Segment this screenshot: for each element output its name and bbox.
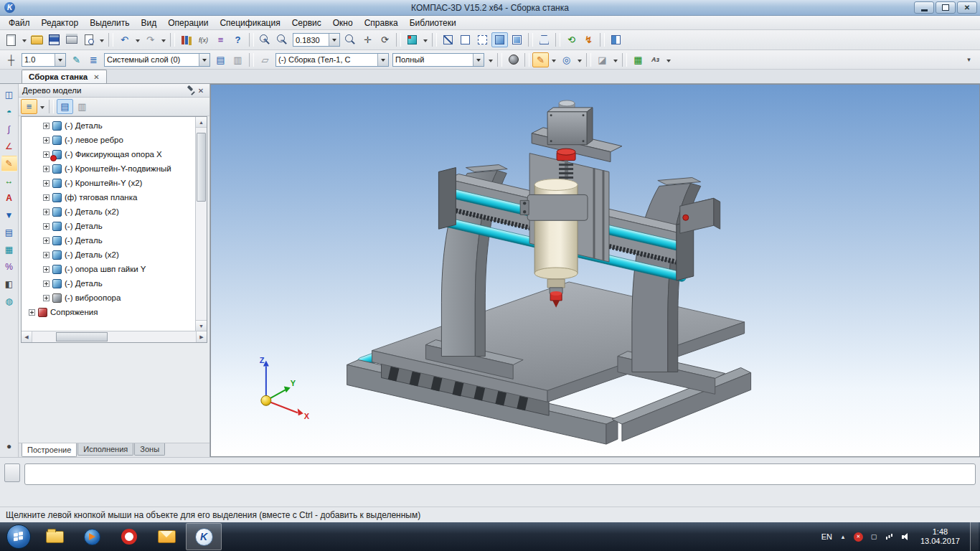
expand-toggle-icon[interactable] [43, 237, 50, 244]
expand-toggle-icon[interactable] [43, 295, 50, 301]
zoom-out-button[interactable]: − [274, 32, 291, 47]
rotate-view-button[interactable]: ⟳ [377, 32, 393, 47]
edit-in-place-button[interactable]: ✎ [532, 52, 549, 67]
tray-display-icon[interactable]: ▢ [869, 532, 879, 542]
panel-dimensions-icon[interactable]: ↔ [1, 173, 17, 189]
property-bar-input[interactable] [24, 463, 976, 485]
taskbar-clock[interactable]: 1:48 13.04.2017 [916, 527, 964, 546]
shaded-wireframe-button[interactable] [509, 32, 525, 47]
panel-curves-icon[interactable]: ∫ [1, 121, 17, 137]
zoom-in-button[interactable]: + [257, 32, 273, 47]
tree-item[interactable]: (-) Деталь [22, 118, 195, 133]
menu-operations[interactable]: Операции [162, 17, 214, 29]
tree-item[interactable]: (-) Деталь (x2) [22, 204, 195, 219]
new-document-dropdown[interactable] [20, 32, 28, 47]
hide-objects-dropdown[interactable] [611, 52, 619, 67]
taskbar-mail-button[interactable] [149, 523, 184, 550]
menu-window[interactable]: Окно [327, 17, 359, 29]
minimize-button[interactable] [914, 1, 934, 14]
property-bar-button[interactable] [4, 463, 20, 482]
tree-item[interactable]: (-) Деталь (x2) [22, 248, 195, 262]
panel-macro-icon[interactable]: ◍ [1, 293, 17, 309]
library-manager-button[interactable] [178, 32, 194, 47]
menu-editor[interactable]: Редактор [36, 17, 85, 29]
taskbar-explorer-button[interactable] [37, 523, 72, 550]
menu-help[interactable]: Справка [359, 17, 404, 29]
document-structure-button[interactable]: ▤ [57, 99, 73, 114]
expand-toggle-icon[interactable] [43, 166, 50, 172]
rebuild-button[interactable]: ⟲ [563, 32, 580, 47]
menu-service[interactable]: Сервис [286, 17, 327, 29]
tree-item[interactable]: (-) левое ребро [22, 133, 195, 147]
component-icon[interactable]: ▱ [257, 52, 273, 67]
toolbar-overflow-button[interactable]: ▾ [961, 52, 977, 67]
tray-update-icon[interactable]: ✕ [854, 532, 863, 542]
component-combo[interactable]: (-) Сборка (Тел-1, С [275, 53, 389, 67]
tray-volume-icon[interactable] [900, 532, 910, 542]
shaded-button[interactable] [491, 32, 508, 47]
menu-select[interactable]: Выделить [84, 17, 135, 29]
3d-viewport[interactable]: Z X Y [210, 84, 980, 457]
tree-item[interactable]: (-) Деталь [22, 233, 195, 248]
taskbar-opera-button[interactable] [111, 523, 147, 550]
hidden-lines-button[interactable] [457, 32, 473, 47]
close-panel-icon[interactable]: ✕ [196, 85, 206, 95]
panel-aux-geometry-icon[interactable]: ∠ [1, 138, 17, 154]
taskbar-media-player-button[interactable] [74, 523, 110, 550]
hide-objects-button[interactable]: ◪ [594, 52, 611, 67]
tab-construction[interactable]: Построение [22, 443, 77, 457]
tree-item[interactable]: (-) виброопора [22, 291, 195, 305]
document-tab-assembly[interactable]: Сборка станка ✕ [22, 70, 107, 83]
menu-libraries[interactable]: Библиотеки [404, 17, 462, 29]
tree-view-dropdown[interactable] [38, 99, 46, 114]
close-button[interactable] [957, 1, 977, 14]
pin-panel-icon[interactable] [186, 85, 196, 95]
expand-toggle-icon[interactable] [43, 137, 50, 143]
panel-measure-icon[interactable]: % [1, 259, 17, 275]
print-button[interactable] [63, 32, 80, 47]
panel-apps-icon[interactable]: ● [1, 438, 17, 454]
language-indicator[interactable]: EN [821, 532, 832, 541]
component-dropdown[interactable] [377, 54, 388, 66]
tree-item[interactable]: Сопряжения [22, 305, 195, 319]
relations-button[interactable]: ≡ [212, 32, 229, 47]
hidden-lines-thin-button[interactable] [474, 32, 491, 47]
tree-item[interactable]: (-) Фиксирующая опора X [22, 147, 195, 161]
line-weight-dropdown[interactable] [55, 54, 65, 66]
expand-toggle-icon[interactable] [43, 223, 50, 230]
tray-network-icon[interactable] [885, 532, 895, 542]
undo-button[interactable]: ↶ [116, 32, 133, 47]
panel-reports-icon[interactable]: ▦ [1, 242, 17, 258]
line-weight-combo[interactable]: 1.0 [22, 53, 66, 67]
tree-item[interactable]: (-) Кронштейн-Y (x2) [22, 176, 195, 190]
start-button[interactable] [6, 524, 31, 549]
tree-item[interactable]: (-) Деталь [22, 276, 195, 291]
expand-toggle-icon[interactable] [43, 209, 50, 215]
close-document-icon[interactable]: ✕ [93, 73, 99, 81]
tree-vertical-scrollbar[interactable]: ▲ ▼ [195, 117, 207, 331]
tab-zones[interactable]: Зоны [134, 443, 165, 456]
tree-item[interactable]: (-) Кронштейн-Y-подвижный [22, 161, 195, 176]
orientation-button[interactable] [404, 32, 420, 47]
edit-context-dropdown[interactable] [550, 52, 557, 67]
vertical-scroll-thumb[interactable] [197, 133, 206, 202]
zoom-scale-combo[interactable]: 0.1830 [293, 33, 340, 47]
display-mode-caret[interactable] [473, 54, 484, 66]
layers-settings-button[interactable]: ▤ [212, 52, 229, 67]
scroll-down-icon[interactable]: ▼ [196, 320, 207, 331]
panel-annotation-icon[interactable]: A [1, 190, 17, 206]
panel-surfaces-icon[interactable]: ◓ [1, 104, 17, 120]
layer-indicator-icon[interactable]: ≣ [85, 52, 102, 67]
snap-settings-button[interactable]: ┼ [3, 52, 19, 67]
expand-toggle-icon[interactable] [43, 252, 50, 258]
restore-button[interactable] [936, 1, 956, 14]
undo-dropdown[interactable] [133, 32, 141, 47]
horizontal-scroll-thumb[interactable] [56, 332, 108, 342]
line-style-button[interactable]: ✎ [68, 52, 85, 67]
scroll-right-icon[interactable]: ▶ [196, 331, 207, 342]
menu-file[interactable]: Файл [3, 17, 36, 29]
scroll-up-icon[interactable]: ▲ [196, 117, 207, 128]
expand-toggle-icon[interactable] [43, 281, 50, 287]
wireframe-button[interactable] [440, 32, 456, 47]
tree-item[interactable]: (-) опора швп гайки Y [22, 262, 195, 276]
